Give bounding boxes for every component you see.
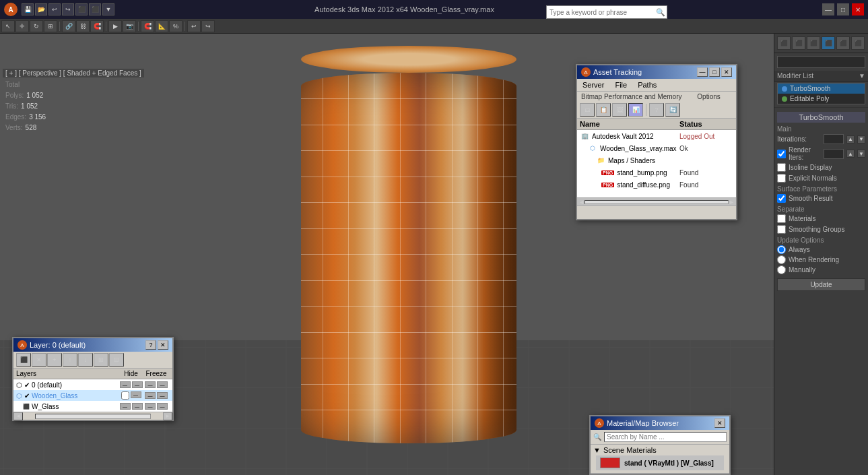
quick-icon-4[interactable]: ↪: [62, 3, 74, 15]
update-button[interactable]: Update: [777, 278, 865, 291]
explicit-checkbox[interactable]: [777, 174, 786, 183]
render-iters-up[interactable]: ▲: [846, 150, 855, 158]
layer-dialog-close[interactable]: ✕: [158, 340, 168, 350]
at-row-maps[interactable]: 📁 Maps / Shaders: [577, 154, 736, 166]
top-icon-unlink[interactable]: ⛓: [76, 20, 90, 32]
quick-icon-6[interactable]: ⬛: [89, 3, 101, 15]
render-iters-checkbox[interactable]: [777, 150, 786, 158]
smooth-result-checkbox[interactable]: [777, 194, 786, 203]
layer-tool-merge[interactable]: ↓: [78, 353, 93, 367]
layer-row-wooden-glass[interactable]: ⬡ ✔ Wooden_Glass — — —: [13, 390, 172, 401]
layer-0-freeze2[interactable]: —: [157, 381, 168, 388]
at-menu-server[interactable]: Server: [580, 80, 607, 90]
asset-tracking-scrollbar[interactable]: ◄ ►: [577, 197, 736, 205]
scrollbar-left-arrow[interactable]: ◄: [578, 199, 585, 205]
wooden-glass-freeze2[interactable]: —: [157, 392, 168, 399]
scene-materials-header[interactable]: ▼ Scene Materials: [593, 446, 727, 454]
wglass-hide2[interactable]: —: [132, 403, 143, 410]
top-icon-link[interactable]: 🔗: [62, 20, 75, 32]
layer-row-default[interactable]: ⬡ ✔ 0 (default) —— ——: [13, 379, 172, 390]
modifier-list-arrow[interactable]: ▼: [859, 72, 865, 80]
right-panel-icon-4[interactable]: ⬛: [822, 36, 835, 50]
at-row-vault[interactable]: 🏢 Autodesk Vault 2012 Logged Out: [577, 130, 736, 142]
layer-0-hide2[interactable]: —: [132, 381, 143, 388]
asset-tracking-maximize[interactable]: □: [709, 67, 720, 77]
layer-scrollbar[interactable]: ◄ ►: [13, 412, 172, 420]
iterations-up[interactable]: ▲: [846, 135, 855, 144]
layer-tool-collapse[interactable]: ⊟: [109, 353, 124, 367]
window-controls[interactable]: — □ ✕: [822, 3, 864, 15]
search-input[interactable]: [547, 9, 656, 16]
iterations-input[interactable]: 0: [824, 134, 844, 144]
wglass-hide[interactable]: —: [120, 403, 131, 410]
always-radio[interactable]: [777, 245, 786, 254]
material-search-input[interactable]: [604, 432, 727, 442]
iterations-down[interactable]: ▼: [857, 135, 865, 144]
wooden-glass-hide2[interactable]: —: [131, 391, 141, 398]
wooden-glass-freeze[interactable]: —: [145, 392, 156, 399]
right-panel-icon-6[interactable]: ⬛: [851, 36, 865, 50]
layer-0-hide[interactable]: —: [120, 381, 131, 388]
layer-tool-move[interactable]: ↑: [63, 353, 77, 367]
at-menu-file[interactable]: File: [612, 80, 630, 90]
at-tool-6[interactable]: 🔄: [665, 103, 680, 117]
layer-scrollbar-left[interactable]: ◄: [13, 412, 23, 420]
at-row-diffuse[interactable]: PNG stand_diffuse.png Found: [577, 179, 736, 191]
right-panel-icon-2[interactable]: ⬛: [792, 36, 805, 50]
when-rendering-radio[interactable]: [777, 255, 786, 264]
at-tool-5[interactable]: ?: [649, 103, 664, 117]
modifier-list-dropdown[interactable]: TurboSmooth Editable Poly: [777, 83, 865, 104]
materials-checkbox[interactable]: [777, 214, 786, 223]
layer-dialog-question[interactable]: ?: [145, 340, 156, 350]
layer-0-freeze[interactable]: —: [145, 381, 156, 388]
top-icon-rotate[interactable]: ↻: [30, 20, 43, 32]
top-icon-camera[interactable]: 📷: [123, 20, 136, 32]
quick-icon-2[interactable]: 📂: [35, 3, 47, 15]
asset-tracking-close[interactable]: ✕: [721, 67, 732, 77]
modifier-item-editablepoly[interactable]: Editable Poly: [778, 94, 865, 104]
at-tool-2[interactable]: 📋: [596, 103, 611, 117]
top-icon-scale[interactable]: ⊞: [44, 20, 57, 32]
layer-tool-layers[interactable]: ⬛: [16, 353, 31, 367]
layer-tool-delete[interactable]: ✕: [32, 353, 46, 367]
render-iters-down[interactable]: ▼: [857, 150, 865, 158]
material-browser-close[interactable]: ✕: [714, 418, 725, 428]
title-quick-icons[interactable]: 💾 📂 ↩ ↪ ⬛ ⬛ ▼: [22, 3, 114, 15]
wglass-freeze2[interactable]: —: [157, 403, 168, 410]
at-tool-3[interactable]: 🖼: [612, 103, 627, 117]
quick-icon-5[interactable]: ⬛: [75, 3, 88, 15]
top-icon-move[interactable]: ✛: [15, 20, 29, 32]
isoline-checkbox[interactable]: [777, 163, 786, 172]
top-icon-bind[interactable]: 🧲: [90, 20, 104, 32]
top-icon-undo[interactable]: ↩: [187, 20, 201, 32]
asset-tracking-minimize[interactable]: —: [697, 67, 708, 77]
object-name-field[interactable]: W_Glass: [777, 56, 865, 68]
layer-dialog-win-btns[interactable]: ? ✕: [145, 340, 168, 350]
quick-icon-7[interactable]: ▼: [102, 3, 114, 15]
close-button[interactable]: ✕: [852, 3, 864, 15]
right-panel-icon-3[interactable]: ⬛: [807, 36, 820, 50]
right-panel-icon-1[interactable]: ⬛: [777, 36, 791, 50]
scrollbar-right-arrow[interactable]: ►: [729, 199, 735, 205]
layer-tool-expand[interactable]: ⊞: [94, 353, 108, 367]
asset-tracking-win-btns[interactable]: — □ ✕: [697, 67, 732, 77]
material-browser-win-btns[interactable]: ✕: [714, 418, 725, 428]
layer-row-wglass[interactable]: ⬛ W_Glass —— ——: [13, 401, 172, 412]
at-tool-4[interactable]: 📊: [628, 103, 643, 117]
top-icon-percent[interactable]: %: [169, 20, 182, 32]
layer-tool-add[interactable]: +: [47, 353, 62, 367]
minimize-button[interactable]: —: [822, 3, 834, 15]
top-icon-render[interactable]: ▶: [108, 20, 122, 32]
modifier-item-turbosmooth[interactable]: TurboSmooth: [778, 84, 865, 94]
maximize-button[interactable]: □: [837, 3, 849, 15]
render-iters-input[interactable]: 2: [824, 149, 844, 159]
top-icon-snap[interactable]: 🧲: [141, 20, 154, 32]
top-icon-redo[interactable]: ↪: [201, 20, 215, 32]
wglass-freeze[interactable]: —: [145, 403, 156, 410]
at-tool-1[interactable]: 🗂: [580, 103, 595, 117]
quick-icon-1[interactable]: 💾: [22, 3, 34, 15]
wooden-glass-hide-cb[interactable]: [121, 391, 129, 400]
at-row-max[interactable]: ⬡ Wooden_Glass_vray.max Ok: [577, 142, 736, 154]
material-item[interactable]: stand ( VRayMtl ) [W_Glass]: [596, 455, 724, 470]
layer-scrollbar-right[interactable]: ►: [163, 412, 172, 420]
